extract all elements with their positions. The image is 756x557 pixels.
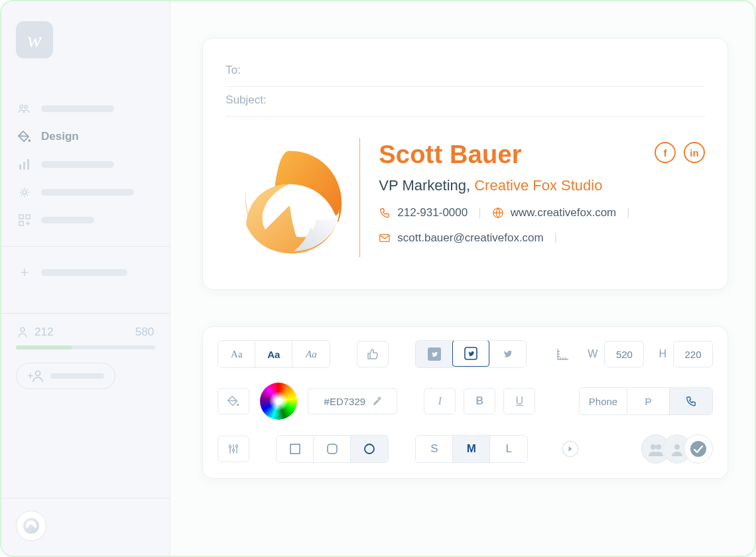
square-icon [289,443,301,455]
font-option-sans[interactable]: Aa [255,341,292,367]
italic-button[interactable]: I [424,388,456,414]
shape-selector [276,435,389,463]
nav-placeholder [41,105,114,112]
avatar-active [684,434,713,464]
phone-icon-option[interactable] [670,388,712,414]
nav-placeholder [41,161,114,168]
height-label: H [659,348,666,360]
twitter-icon [464,347,477,360]
linkedin-icon[interactable]: in [684,142,705,163]
sidebar: w Design + [1,1,170,556]
bold-button[interactable]: B [464,388,495,414]
count-max: 580 [135,326,154,339]
nav-item-add[interactable]: + [16,259,155,286]
chart-icon [17,157,32,172]
color-wheel[interactable] [260,383,297,420]
people-icon [17,101,32,116]
size-selector: S M L [415,435,528,463]
eyedropper-icon [372,397,381,406]
social-style-3[interactable] [489,341,526,367]
playhead-button[interactable] [554,436,586,462]
design-toolbar: Aa Aa Aa [202,326,728,479]
svg-point-22 [365,444,374,454]
like-button[interactable] [357,341,389,367]
social-style-2[interactable] [452,340,489,367]
nav-item-settings[interactable] [16,178,155,206]
paint-bucket-icon [227,395,240,408]
nav-placeholder [41,217,94,223]
underline-button[interactable]: U [503,388,535,414]
nav-item-grid[interactable] [16,206,155,234]
font-family-selector: Aa Aa Aa [218,340,330,368]
svg-point-18 [233,449,235,451]
circle-icon [363,443,375,455]
phone-icon [379,207,391,219]
svg-point-19 [236,445,238,447]
phone-display-selector: Phone P [579,387,713,415]
svg-point-11 [36,371,40,376]
nav-item-design[interactable]: Design [16,123,155,151]
twitter-icon [501,347,514,361]
sliders-button[interactable] [218,436,249,462]
shape-circle[interactable] [351,436,388,462]
envelope-icon [379,232,391,244]
nav-item-people[interactable] [16,95,155,123]
avatar-stack[interactable] [641,434,713,464]
svg-point-6 [23,190,27,194]
svg-point-24 [656,444,661,450]
svg-rect-3 [19,164,21,170]
font-option-serif[interactable]: Aa [218,341,255,367]
rounded-square-icon [326,443,338,455]
to-label: To: [225,64,241,77]
count-current: 212 [34,326,53,339]
height-control: H 220 [659,341,713,367]
add-user-button[interactable]: + [16,363,115,389]
signature-title: VP Marketing, Creative Fox Studio [379,177,705,194]
app-logo-letter: w [27,28,41,52]
svg-rect-4 [23,162,25,170]
playhead-icon [562,441,578,457]
shape-rounded[interactable] [314,436,351,462]
ruler-icon [553,341,573,367]
sidebar-footer-avatar[interactable] [16,511,46,541]
users-count: 212 580 [16,326,155,339]
subject-label: Subject: [225,93,266,107]
placeholder [50,373,104,379]
svg-point-25 [674,444,680,450]
nav-placeholder [41,269,127,276]
width-input[interactable]: 520 [604,341,644,367]
twitter-icon [428,347,441,361]
signature-website: www.creativefox.com [492,206,617,219]
facebook-icon[interactable]: f [655,142,676,163]
social-style-1[interactable] [416,341,453,367]
size-medium[interactable]: M [453,436,490,462]
users-progress [16,345,155,349]
phone-text-option[interactable]: Phone [580,388,627,414]
phone-icon [685,395,697,407]
fill-color-button[interactable] [218,388,249,414]
font-option-script[interactable]: Aa [292,341,330,367]
signature-preview-card: To: Subject: [202,38,728,290]
size-large[interactable]: L [490,436,527,462]
svg-rect-8 [19,221,23,225]
color-hex-input[interactable]: #ED7329 [308,388,397,414]
phone-letter-option[interactable]: P [627,388,670,414]
app-logo[interactable]: w [16,21,53,58]
plus-icon: + [17,265,32,280]
svg-point-10 [21,328,25,332]
nav-item-analytics[interactable] [16,151,155,178]
to-field[interactable]: To: [225,57,705,87]
shape-square[interactable] [277,436,314,462]
svg-point-1 [25,105,27,108]
social-icon-style-selector [415,340,527,368]
svg-point-23 [651,444,656,450]
svg-point-17 [229,446,231,448]
subject-field[interactable]: Subject: [225,87,705,117]
signature-phone: 212-931-0000 [379,206,468,219]
svg-rect-5 [27,159,29,170]
width-control: W 520 [588,341,644,367]
thumbs-up-icon [366,347,379,361]
nav-label: Design [41,130,79,143]
height-input[interactable]: 220 [673,341,713,367]
size-small[interactable]: S [416,436,453,462]
